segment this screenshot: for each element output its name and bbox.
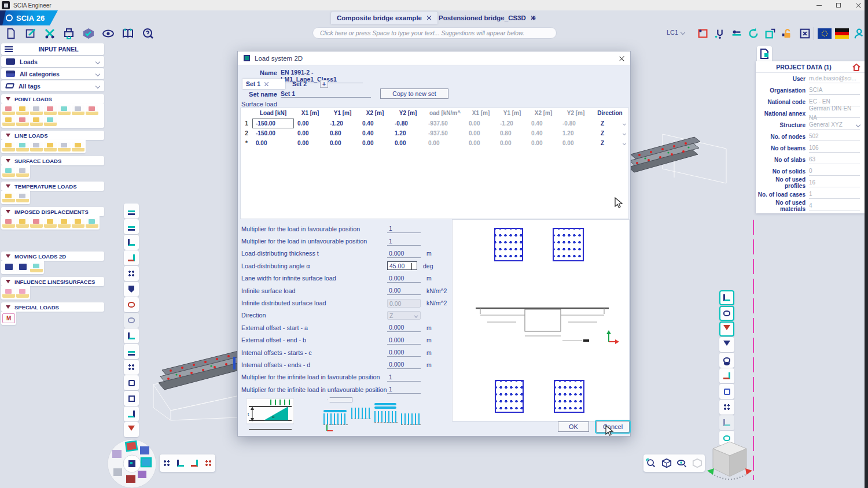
project-row-structure[interactable]: StructureGeneral XYZ [756, 119, 865, 131]
table-cell[interactable]: 0.00 [326, 138, 359, 148]
section-disabled-icon[interactable] [124, 313, 139, 328]
row-number[interactable]: 2 [241, 128, 252, 138]
wrench-icon[interactable] [719, 368, 734, 383]
point-load-icon[interactable] [72, 105, 84, 115]
new-tab-button[interactable]: + [529, 13, 538, 22]
line-load-icon[interactable] [72, 142, 84, 151]
support-icon[interactable] [729, 26, 744, 41]
field-input-focused[interactable]: 45.00 [387, 261, 417, 270]
beam-tool-icon[interactable] [719, 290, 734, 305]
line-load-icon[interactable] [58, 142, 71, 151]
imposed-displacement-icon[interactable] [72, 218, 84, 228]
home-icon[interactable] [852, 63, 861, 71]
set-tab-2[interactable]: Set 2 [289, 79, 317, 89]
moving-load-icon[interactable] [30, 263, 43, 272]
point-load-icon[interactable] [30, 105, 43, 115]
point-load-icon[interactable] [86, 105, 98, 115]
eu-flag-icon[interactable] [817, 26, 832, 41]
table-cell[interactable]: -150.00 [252, 128, 294, 138]
field-input[interactable]: 0.000 [387, 336, 421, 345]
field-input[interactable]: 1 [387, 237, 421, 246]
section-header[interactable]: IMPOSED DISPLACEMENTS [1, 207, 104, 216]
align-icon[interactable] [124, 219, 139, 234]
section-header[interactable]: MOVING LOADS 2D [1, 252, 104, 261]
col-header[interactable]: Y1 [m] [496, 108, 528, 119]
direction-cell[interactable]: Z [593, 138, 618, 148]
delete-icon[interactable] [124, 422, 139, 437]
point-load-icon[interactable] [16, 116, 29, 126]
table-cell[interactable]: 0.00 [294, 138, 326, 148]
set-tab-1[interactable]: Set 1 [242, 79, 285, 89]
imposed-displacement-icon[interactable] [2, 218, 15, 228]
library-book-icon[interactable] [120, 26, 135, 41]
text-cursor-icon[interactable] [124, 391, 139, 406]
model-icon[interactable] [81, 26, 96, 41]
point-load-icon[interactable] [16, 105, 29, 115]
col-header[interactable]: Load [kN] [252, 108, 294, 119]
col-header[interactable]: oad [kN/m^ [425, 108, 465, 119]
radial-view-menu[interactable] [104, 437, 160, 488]
edit-icon[interactable] [23, 26, 38, 41]
scia-logo[interactable]: SCIA 26 [0, 10, 58, 25]
command-search-input[interactable]: Click here or press Space to type your t… [312, 27, 557, 39]
minimize-button[interactable] [809, 0, 829, 10]
point-load-icon[interactable] [58, 105, 71, 115]
maximize-button[interactable] [829, 0, 848, 10]
node-grid-icon[interactable] [163, 460, 170, 467]
view-eye-icon[interactable] [101, 26, 116, 41]
save-model-icon[interactable] [763, 26, 778, 41]
chevron-down-icon[interactable] [618, 119, 627, 128]
table-disabled-icon[interactable] [719, 415, 734, 430]
direction-cell[interactable]: Z [593, 128, 618, 138]
moving-load-icon[interactable] [16, 263, 29, 272]
connect-icon[interactable] [124, 328, 139, 343]
table-cell[interactable]: 0.00 [391, 138, 425, 148]
special-load-icon[interactable] [2, 313, 15, 323]
col-header[interactable]: Direction [593, 108, 627, 119]
field-input[interactable]: 1 [387, 385, 421, 394]
snap-icon[interactable] [124, 235, 139, 250]
col-header[interactable]: X1 [m] [465, 108, 496, 119]
brush-icon[interactable] [124, 282, 139, 297]
selection-icon[interactable] [696, 26, 711, 41]
col-header[interactable]: Y2 [m] [559, 108, 593, 119]
distribute-icon[interactable] [124, 360, 139, 375]
load-case-selector[interactable]: LC1 [667, 29, 685, 36]
set-name-input[interactable]: Set 1 [281, 90, 371, 98]
add-set-button[interactable]: + [320, 80, 328, 88]
tab-close-icon[interactable] [426, 16, 432, 21]
col-header[interactable]: Y1 [m] [326, 108, 359, 119]
point-load-icon[interactable] [30, 116, 43, 126]
zoom-selection-icon[interactable] [646, 458, 656, 468]
ok-button[interactable]: OK [558, 422, 589, 432]
project-data-tab[interactable] [757, 46, 772, 61]
point-load-icon[interactable] [2, 105, 15, 115]
dialog-title-bar[interactable]: Load system 2D [238, 51, 630, 65]
imposed-displacement-icon[interactable] [86, 218, 98, 228]
chevron-down-icon[interactable] [618, 138, 627, 148]
result-toggle-icon[interactable] [205, 460, 212, 467]
table-cell[interactable]: 0.00 [359, 138, 391, 148]
row-number[interactable]: * [241, 138, 252, 148]
section-header[interactable]: POINT LOADS [1, 94, 104, 103]
section-header[interactable]: LINE LOADS [1, 131, 104, 140]
layout-expand-icon[interactable] [797, 26, 812, 41]
database-icon[interactable] [719, 353, 734, 368]
printer-icon[interactable] [61, 26, 76, 41]
view-cube-icon[interactable] [661, 458, 672, 468]
moving-load-icon[interactable] [2, 263, 15, 272]
surface-load-icon[interactable] [2, 167, 15, 177]
field-input[interactable]: 0.00 [387, 286, 421, 295]
visibility-cursor-icon[interactable] [676, 458, 687, 468]
project-data-header[interactable]: PROJECT DATA (1) [756, 61, 865, 73]
hatch-icon[interactable] [124, 266, 139, 281]
field-input[interactable]: 0.000 [387, 274, 421, 283]
copy-to-new-set-button[interactable]: Copy to new set [380, 88, 448, 99]
point-load-icon[interactable] [44, 105, 57, 115]
profile-icon[interactable] [719, 384, 734, 399]
table-cell[interactable]: 0.00 [294, 119, 326, 128]
disabled-view-icon[interactable] [692, 458, 703, 468]
chevron-down-icon[interactable] [618, 128, 627, 138]
surface-load-icon[interactable] [16, 167, 29, 177]
arrow-down-icon[interactable] [719, 337, 734, 352]
